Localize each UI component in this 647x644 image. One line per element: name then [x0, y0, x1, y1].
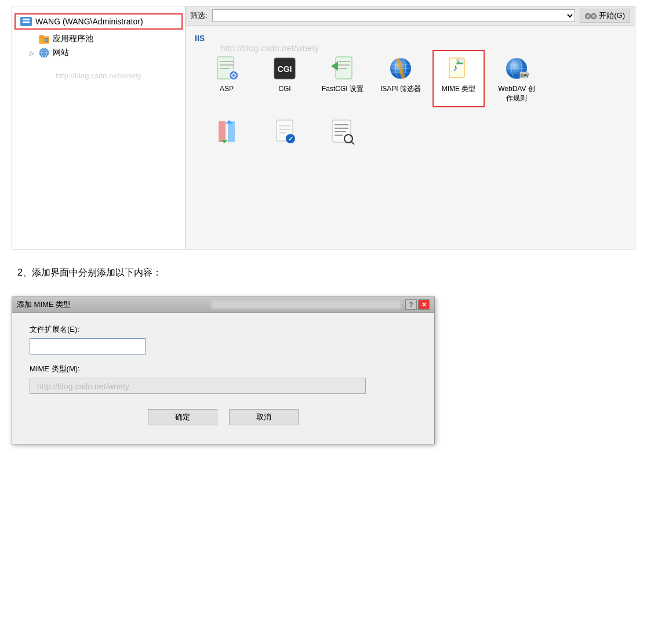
svg-rect-42 [228, 121, 235, 142]
fastcgi-icon-img [329, 55, 357, 82]
dialog-footer: 确定 取消 [30, 403, 417, 435]
svg-text:✓: ✓ [288, 135, 293, 142]
website-icon [39, 48, 49, 58]
svg-text:CGI: CGI [278, 64, 292, 74]
middle-instruction: 2、添加界面中分别添加以下内容： [17, 267, 162, 277]
filecheck-icon-img: ✓ [271, 118, 299, 146]
icon-item-webdav[interactable]: DAV WebDAV 创作规则 [490, 50, 543, 107]
filter-bar: 筛选: 开始(G) [186, 6, 635, 26]
dialog-blur-area [211, 301, 401, 309]
cgi-icon-img: CGI [271, 55, 299, 82]
dialog-title: 添加 MIME 类型 [17, 299, 206, 310]
extension-label: 文件扩展名(E): [30, 324, 417, 335]
start-btn-label: 开始(G) [599, 10, 625, 21]
svg-rect-51 [332, 120, 351, 142]
icon-item-fastcgi[interactable]: FastCGI 设置 [317, 50, 369, 107]
isapi-icon-img [387, 55, 415, 82]
svg-point-11 [587, 15, 590, 18]
dialog-body: 文件扩展名(E): MIME 类型(M): http://blog.csdn.n… [12, 313, 434, 444]
svg-point-12 [593, 15, 595, 18]
filter-label: 筛选: [190, 10, 208, 21]
searchdoc-icon-img [329, 118, 357, 146]
close-button[interactable]: ✕ [418, 299, 430, 310]
iis-content: IIS http://blog.csdn.net/wnety [186, 26, 635, 158]
field-extension: 文件扩展名(E): [30, 324, 417, 354]
svg-rect-13 [590, 15, 592, 16]
icon-item-asp[interactable]: ASP [201, 50, 253, 107]
right-panel: 筛选: 开始(G) IIS http://blog.csdn.net/wnety [186, 6, 635, 249]
tree-children: 应用程序池 ▷ 网站 [12, 32, 185, 60]
icons-row2: ✓ [195, 113, 626, 153]
top-section: WANG (WANG\Administrator) 应用程序池 ▷ [0, 0, 647, 255]
isapi-label: ISAPI 筛选器 [380, 85, 421, 94]
mimetype-watermark: http://blog.csdn.net/wnety [32, 382, 129, 391]
expand-arrow [30, 36, 35, 42]
iis-section-label: IIS [195, 34, 626, 43]
left-panel: WANG (WANG\Administrator) 应用程序池 ▷ [12, 6, 186, 249]
help-button[interactable]: ? [405, 299, 417, 310]
field-mimetype: MIME 类型(M): http://blog.csdn.net/wnety [30, 364, 417, 394]
right-watermark: http://blog.csdn.net/wnety [220, 43, 319, 53]
svg-marker-25 [331, 61, 338, 71]
fastcgi-label: FastCGI 设置 [322, 85, 364, 94]
cgi-label: CGI [278, 85, 290, 94]
icon-item-searchdoc[interactable] [317, 113, 369, 153]
tree-item-website[interactable]: ▷ 网站 [26, 46, 185, 60]
svg-text:DAV: DAV [521, 73, 529, 77]
icons-row1: ASP CGI CGI [195, 50, 626, 107]
mimetype-label: MIME 类型(M): [30, 364, 417, 374]
server-icon [20, 17, 32, 26]
tree-root-item[interactable]: WANG (WANG\Administrator) [14, 13, 183, 30]
mime-icon-img: ♪ [445, 55, 472, 82]
webdav-label: WebDAV 创作规则 [495, 85, 538, 103]
mimetype-input-container: http://blog.csdn.net/wnety [30, 378, 366, 394]
svg-line-57 [351, 142, 354, 144]
icon-item-cgi[interactable]: CGI CGI [259, 50, 311, 107]
start-button[interactable]: 开始(G) [580, 9, 630, 23]
binoculars-icon [585, 11, 597, 20]
extension-input[interactable] [30, 338, 146, 354]
cancel-button[interactable]: 取消 [229, 409, 299, 425]
filter-dropdown[interactable] [212, 9, 576, 22]
svg-text:♪: ♪ [453, 63, 457, 73]
asp-label: ASP [220, 85, 234, 94]
apppool-icon [39, 34, 49, 44]
dialog-titlebar: 添加 MIME 类型 ? ✕ [12, 297, 434, 313]
transfer-icon-img [213, 118, 241, 146]
svg-point-18 [229, 71, 238, 80]
asp-icon-img [213, 55, 241, 82]
icon-item-mime[interactable]: ♪ MIME 类型 [432, 50, 485, 107]
svg-rect-41 [219, 121, 226, 142]
svg-point-3 [46, 39, 47, 41]
middle-text: 2、添加界面中分别添加以下内容： [0, 255, 647, 291]
icon-item-filecheck[interactable]: ✓ [259, 113, 311, 153]
apppool-label: 应用程序池 [53, 34, 93, 44]
mime-label: MIME 类型 [442, 85, 476, 94]
svg-rect-1 [39, 35, 43, 37]
tree-root-label: WANG (WANG\Administrator) [35, 17, 143, 26]
webdav-icon-img: DAV [503, 55, 530, 82]
titlebar-buttons: ? ✕ [405, 299, 430, 310]
website-label: 网站 [53, 48, 69, 58]
ok-button[interactable]: 确定 [148, 409, 217, 425]
expand-arrow-website: ▷ [30, 50, 35, 56]
icon-item-isapi[interactable]: ISAPI 筛选器 [375, 50, 427, 107]
icon-item-transfer[interactable] [201, 113, 253, 153]
svg-rect-21 [336, 57, 352, 79]
left-watermark: http://blog.csdn.net/wnety [12, 71, 185, 80]
tree-item-apppool[interactable]: 应用程序池 [26, 32, 185, 46]
bottom-dialog-section: 添加 MIME 类型 ? ✕ 文件扩展名(E): MIME 类型(M): htt… [0, 291, 647, 456]
dialog-window: 添加 MIME 类型 ? ✕ 文件扩展名(E): MIME 类型(M): htt… [12, 296, 435, 444]
